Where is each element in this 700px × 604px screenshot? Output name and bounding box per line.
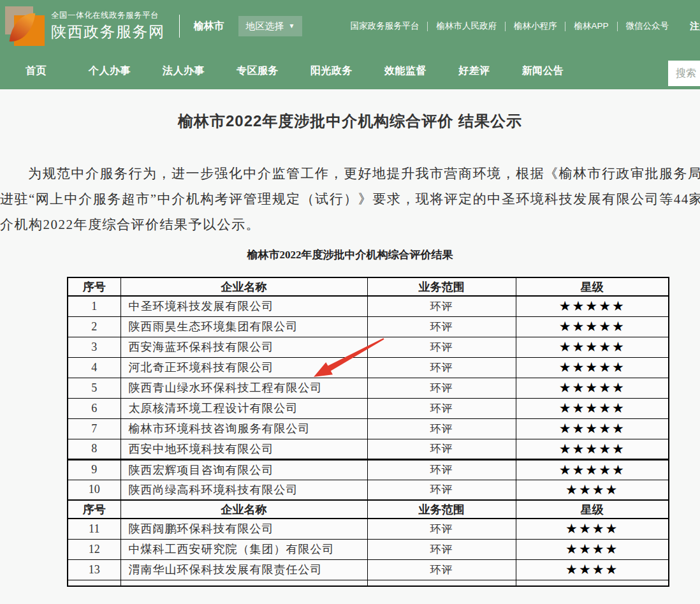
- column-header: 业务范围: [367, 277, 516, 296]
- announcement-page: 榆林市2022年度涉批中介机构综合评价 结果公示 为规范中介服务行为，进一步强化…: [0, 111, 700, 587]
- nav-item[interactable]: 法人办事: [163, 64, 205, 78]
- cell-no: 2: [68, 316, 120, 337]
- cell-no: 3: [68, 337, 120, 357]
- table-caption: 榆林市2022年度涉批中介机构综合评价结果: [0, 247, 700, 262]
- cell-name: 陕西青山绿水环保科技工程有限公司: [120, 378, 367, 398]
- table-row: 9陕西宏辉项目咨询有限公司环评★★★★★: [68, 459, 669, 480]
- cell-scope: 环评: [367, 296, 516, 316]
- cell-name: 榆林市环境科技咨询服务有限公司: [120, 418, 367, 439]
- cell-no: 11: [68, 519, 120, 539]
- nav-item[interactable]: 阳光政务: [310, 64, 353, 78]
- cell-scope: 环评: [367, 357, 516, 378]
- cell-no: 12: [68, 539, 120, 559]
- quick-link[interactable]: 榆林小程序: [514, 20, 557, 32]
- table-header-row: 序号企业名称业务范围星级: [68, 500, 669, 519]
- cell-stars: ★★★★★: [516, 459, 669, 480]
- results-table: 序号企业名称业务范围星级1中圣环境科技发展有限公司环评★★★★★2陕西雨昊生态环…: [67, 277, 669, 587]
- column-header: 星级: [516, 277, 669, 296]
- link-divider: [565, 22, 565, 31]
- column-header: 业务范围: [367, 500, 516, 519]
- cell-name: 陕西宏辉项目咨询有限公司: [120, 459, 367, 480]
- cell-name: 中煤科工西安研究院（集团）有限公司: [120, 539, 367, 559]
- paragraph-line: 为规范中介服务行为，进一步强化中介监管工作，更好地提升我市营商环境，根据《榆林市…: [0, 161, 700, 186]
- cell-no: 4: [68, 357, 120, 378]
- cell-no: 8: [68, 439, 120, 459]
- table-row: 7榆林市环境科技咨询服务有限公司环评★★★★★: [68, 418, 669, 439]
- cell-stars: ★★★★: [516, 519, 669, 539]
- region-selector-button[interactable]: 地区选择 ▼: [238, 16, 303, 36]
- link-divider: [617, 22, 618, 31]
- site-logo-icon: [5, 6, 45, 46]
- column-header: 企业名称: [120, 277, 367, 296]
- cell-no: 9: [68, 459, 120, 480]
- quick-link[interactable]: 榆林市人民政府: [436, 20, 497, 32]
- register-link[interactable]: 注册: [690, 20, 700, 33]
- table-row: 5陕西青山绿水环保科技工程有限公司环评★★★★★: [68, 378, 669, 398]
- column-header: 序号: [68, 500, 120, 519]
- paragraph-line: 进驻“网上中介服务超市”中介机构考评管理规定（试行）》要求，现将评定的中圣环境科…: [0, 186, 700, 212]
- cell-scope: 环评: [367, 439, 516, 459]
- table-row: 10陕西尚绿高科环境科技有限公司环评★★★★: [68, 480, 669, 500]
- cell-no: 5: [68, 378, 120, 398]
- cell-stars: ★★★★★: [516, 337, 669, 357]
- table-row-partial: [68, 580, 669, 586]
- nav-item[interactable]: 好差评: [458, 64, 490, 78]
- cell-scope: 环评: [367, 316, 516, 337]
- header-top-row: 全国一体化在线政务服务平台 陕西政务服务网 榆林市 地区选择 ▼ 国家政务服务平…: [0, 0, 700, 52]
- quick-link[interactable]: 微信公众号: [626, 20, 669, 32]
- cell-name: 河北奇正环境科技有限公司: [120, 357, 367, 378]
- cell-scope: 环评: [367, 480, 516, 500]
- page-title: 榆林市2022年度涉批中介机构综合评价 结果公示: [0, 111, 700, 131]
- announcement-paragraph: 为规范中介服务行为，进一步强化中介监管工作，更好地提升我市营商环境，根据《榆林市…: [0, 161, 700, 237]
- cell-stars: ★★★★★: [516, 296, 669, 316]
- nav-item[interactable]: 首页: [26, 64, 47, 78]
- cell-scope: 环评: [367, 378, 516, 398]
- cell-scope: 环评: [367, 559, 516, 580]
- cell-stars: ★★★★: [516, 559, 669, 580]
- brand-text: 全国一体化在线政务服务平台 陕西政务服务网: [51, 11, 165, 41]
- platform-name: 全国一体化在线政务服务平台: [51, 11, 165, 21]
- table-row: 6太原核清环境工程设计有限公司环评★★★★★: [68, 398, 669, 418]
- cell-scope: 环评: [367, 519, 516, 539]
- nav-item[interactable]: 个人办事: [89, 64, 131, 78]
- quick-link[interactable]: 榆林APP: [574, 20, 608, 32]
- cell-no: 6: [68, 398, 120, 418]
- nav-item[interactable]: 专区服务: [237, 64, 279, 78]
- cell-scope: 环评: [367, 398, 516, 418]
- table-header-row: 序号企业名称业务范围星级: [68, 277, 669, 296]
- cell-scope: 环评: [367, 418, 516, 439]
- table-row: 2陕西雨昊生态环境集团有限公司环评★★★★★: [68, 316, 669, 337]
- cell-stars: ★★★★★: [516, 398, 669, 418]
- quick-links: 国家政务服务平台榆林市人民政府榆林小程序榆林APP微信公众号: [350, 20, 669, 32]
- main-nav: 首页个人办事法人办事专区服务阳光政务效能监督好差评新闻公告: [0, 52, 700, 89]
- cell-name: 中圣环境科技发展有限公司: [120, 296, 367, 316]
- table-row: 11陕西阔鹏环保科技有限公司环评★★★★: [68, 519, 669, 539]
- table-row: 4河北奇正环境科技有限公司环评★★★★★: [68, 357, 669, 378]
- quick-link[interactable]: 国家政务服务平台: [350, 20, 419, 32]
- cell-no: 1: [68, 296, 120, 316]
- link-divider: [505, 22, 506, 31]
- cell-stars: ★★★★★: [516, 316, 669, 337]
- column-header: 序号: [68, 277, 120, 296]
- cell-scope: 环评: [367, 539, 516, 559]
- table-row: 8西安中地环境科技有限公司环评★★★★★: [68, 439, 669, 459]
- cell-name: 西安中地环境科技有限公司: [120, 439, 367, 459]
- chevron-down-icon: ▼: [289, 23, 295, 29]
- nav-item[interactable]: 新闻公告: [522, 64, 564, 78]
- cell-name: 西安海蓝环保科技有限公司: [120, 337, 367, 357]
- cell-no: 7: [68, 418, 120, 439]
- cell-no: 13: [68, 559, 120, 580]
- region-selector-label: 地区选择: [246, 20, 284, 33]
- cell-stars: ★★★★★: [516, 357, 669, 378]
- cell-name: 陕西雨昊生态环境集团有限公司: [120, 316, 367, 337]
- cell-stars: ★★★★★: [516, 418, 669, 439]
- nav-item[interactable]: 效能监督: [384, 64, 427, 78]
- cell-stars: ★★★★★: [516, 378, 669, 398]
- site-name: 陕西政务服务网: [51, 22, 165, 41]
- column-header: 星级: [516, 500, 669, 519]
- cell-scope: 环评: [367, 459, 516, 480]
- table-row: 1中圣环境科技发展有限公司环评★★★★★: [68, 296, 669, 316]
- cell-name: 渭南华山环保科技发展有限责任公司: [120, 559, 367, 580]
- cell-stars: ★★★★★: [516, 439, 669, 459]
- search-input[interactable]: [668, 61, 700, 86]
